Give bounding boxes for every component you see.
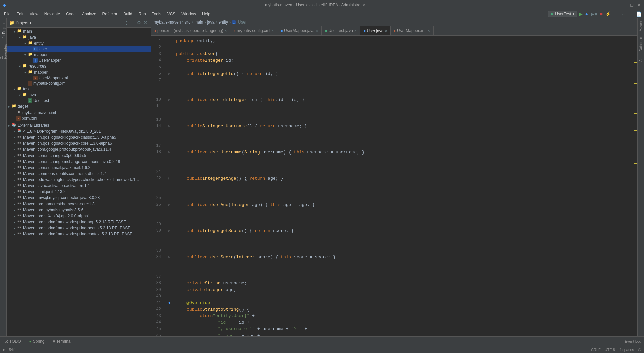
- tree-item-lib-dbutils[interactable]: ■■ Maven: commons-dbutils:commons-dbutil…: [7, 171, 151, 177]
- tab-close-usermapper-xml[interactable]: ×: [428, 29, 430, 33]
- run-config-dropdown[interactable]: ▶ UserTest ▾: [548, 11, 577, 17]
- menu-file[interactable]: File: [1, 11, 13, 17]
- tab-close-mybatis[interactable]: ×: [272, 29, 274, 33]
- code-editor[interactable]: 1 2 3 4 5 6 7 10 11 13 14 17 18 2: [151, 36, 637, 336]
- todo-tab[interactable]: 6: TODO: [3, 338, 23, 344]
- lib-icon-11: ■■: [17, 195, 22, 201]
- tree-item-usermapper-xml[interactable]: x UserMapper.xml: [7, 75, 151, 81]
- status-indent[interactable]: 4 spaces: [619, 348, 634, 352]
- database-tab[interactable]: Database: [638, 34, 644, 54]
- menu-window[interactable]: Window: [179, 11, 199, 17]
- tree-item-java-test[interactable]: 📁 java: [7, 92, 151, 98]
- tab-close-pom[interactable]: ×: [225, 29, 227, 33]
- tree-item-mybatis-config[interactable]: x mybatis-config.xml: [7, 81, 151, 86]
- collapse-all-button[interactable]: −: [131, 19, 135, 26]
- tree-item-java[interactable]: 📁 java: [7, 34, 151, 40]
- tree-item-lib-mysql[interactable]: ■■ Maven: mysql:mysql-connector-java:8.0…: [7, 195, 151, 201]
- status-charset[interactable]: UTF-8: [605, 348, 615, 352]
- breadcrumb-project[interactable]: mybatis-maven: [154, 20, 181, 25]
- maximize-button[interactable]: □: [631, 2, 633, 8]
- tree-item-jdk[interactable]: 📚 < 1.8 > D:\Program Files\Java\jdk1.8.0…: [7, 128, 151, 134]
- maven-tab[interactable]: Maven: [638, 18, 644, 34]
- tree-item-lib-protobuf[interactable]: ■■ Maven: com.google.protobuf:protobuf-j…: [7, 146, 151, 152]
- breadcrumb-entity[interactable]: entity: [218, 20, 228, 25]
- tree-item-mapper-res[interactable]: 📁 mapper: [7, 69, 151, 75]
- sidebar-item-favorites[interactable]: 2: Favorites: [0, 47, 8, 56]
- tree-item-usermapper-java[interactable]: I UserMapper: [7, 58, 151, 63]
- lib-icon-16: ■■: [17, 225, 22, 231]
- tree-item-pom[interactable]: x pom.xml: [7, 116, 151, 121]
- tree-item-lib-checker[interactable]: ■■ Maven: edu.washington.cs.types.checke…: [7, 177, 151, 183]
- menu-tools[interactable]: Tools: [149, 11, 164, 17]
- tab-close-user[interactable]: ×: [385, 29, 387, 33]
- tree-item-lib-slf4j[interactable]: ■■ Maven: org.slf4j:slf4j-api:2.0.0-alph…: [7, 213, 151, 219]
- menu-analyze[interactable]: Analyze: [79, 11, 99, 17]
- menu-build[interactable]: Build: [121, 11, 135, 17]
- ant-tab[interactable]: Ant: [638, 54, 644, 64]
- event-log[interactable]: Event Log: [625, 339, 641, 343]
- tree-item-target[interactable]: 📁 target: [7, 103, 151, 109]
- run-button[interactable]: ▶: [578, 10, 584, 18]
- settings-button[interactable]: ⚙: [136, 19, 142, 26]
- tree-item-lib-spring-ctx[interactable]: ■■ Maven: org.springframework:spring-con…: [7, 231, 151, 237]
- tree-item-lib-spring-beans[interactable]: ■■ Maven: org.springframework:spring-bea…: [7, 225, 151, 231]
- tree-item-lib-c3p0[interactable]: ■■ Maven: com.mchange:c3p0:0.9.5.5: [7, 152, 151, 159]
- menu-help[interactable]: Help: [199, 11, 213, 17]
- tab-usertest[interactable]: ■ UserTest.java ×: [322, 26, 360, 35]
- recent-files-button[interactable]: 📄: [635, 10, 643, 18]
- terminal-tab[interactable]: ■ Terminal: [50, 338, 73, 344]
- tree-item-mapper[interactable]: 📁 mapper: [7, 52, 151, 58]
- menu-view[interactable]: View: [27, 11, 41, 17]
- folder-icon-main: 📁: [17, 29, 22, 34]
- tree-item-lib-junit[interactable]: ■■ Maven: junit:junit:4.13.2: [7, 189, 151, 195]
- scroll-from-source-button[interactable]: ⋮: [124, 19, 129, 26]
- tab-user-java[interactable]: ■ User.java ×: [360, 26, 391, 35]
- tree-item-lib-hamcrest[interactable]: ■■ Maven: org.hamcrest:hamcrest-core:1.3: [7, 201, 151, 207]
- status-position[interactable]: 54:1: [9, 348, 16, 352]
- code-content[interactable]: package entity; public class User { priv…: [173, 36, 633, 336]
- menu-refactor[interactable]: Refactor: [100, 11, 120, 17]
- tree-item-external-libs[interactable]: 📚 External Libraries: [7, 122, 151, 128]
- tree-item-lib-logback-classic[interactable]: ■■ Maven: ch.qos.logback:logback-classic…: [7, 134, 151, 140]
- tree-item-resources[interactable]: 📁 resources: [7, 63, 151, 69]
- tree-item-lib-spring-aop[interactable]: ■■ Maven: org.springframework:spring-aop…: [7, 219, 151, 225]
- build-button[interactable]: ⚡: [604, 10, 612, 18]
- tree-item-lib-mail[interactable]: ■■ Maven: com.sun.mail:javax.mail:1.6.2: [7, 165, 151, 171]
- stop-button[interactable]: ■: [599, 10, 604, 18]
- tab-usermapper-java[interactable]: ■ UserMapper.java ×: [277, 26, 322, 35]
- breadcrumb-main[interactable]: main: [194, 20, 203, 25]
- spring-tab[interactable]: ● Spring: [27, 338, 46, 344]
- tree-item-main[interactable]: 📁 main: [7, 28, 151, 34]
- tree-item-lib-logback-core[interactable]: ■■ Maven: ch.qos.logback:logback-core:1.…: [7, 140, 151, 146]
- tree-item-lib-activation[interactable]: ■■ Maven: javax.activation:activation:1.…: [7, 183, 151, 189]
- debug-button[interactable]: ●: [584, 10, 589, 18]
- tree-item-test[interactable]: 📁 test: [7, 86, 151, 92]
- run-coverage-button[interactable]: ▶■: [590, 10, 598, 18]
- tree-item-iml[interactable]: ■ mybatis-maven.iml: [7, 109, 151, 116]
- menu-run[interactable]: Run: [136, 11, 149, 17]
- close-button[interactable]: ✕: [637, 2, 641, 8]
- tree-item-lib-mchange[interactable]: ■■ Maven: com.mchange:mchange-commons-ja…: [7, 159, 151, 165]
- tree-item-lib-mybatis[interactable]: ■■ Maven: org.mybatis:mybatis:3.5.6: [7, 207, 151, 213]
- menu-edit[interactable]: Edit: [14, 11, 26, 17]
- menu-vcs[interactable]: VCS: [165, 11, 178, 17]
- tree-item-user[interactable]: C User: [7, 46, 151, 52]
- breadcrumb-src[interactable]: src: [185, 20, 190, 25]
- close-panel-button[interactable]: ✕: [143, 19, 148, 26]
- tab-close-usertest[interactable]: ×: [354, 29, 356, 33]
- nav-forward-button[interactable]: →: [628, 10, 634, 18]
- nav-back-button[interactable]: ←: [620, 10, 627, 18]
- tree-item-usertest[interactable]: C UserTest: [7, 98, 151, 103]
- minimize-button[interactable]: −: [624, 2, 626, 8]
- tab-close-usermapper[interactable]: ×: [316, 29, 318, 33]
- tab-usermapper-xml[interactable]: x UserMapper.xml ×: [391, 26, 434, 35]
- tab-pom[interactable]: x pom.xml (mybatis-operate-fangneng) ×: [151, 26, 230, 35]
- tree-item-entity[interactable]: 📁 entity: [7, 40, 151, 46]
- breadcrumb-java[interactable]: java: [207, 20, 214, 25]
- tree-arrow-lib14: [12, 214, 17, 218]
- menu-code[interactable]: Code: [63, 11, 78, 17]
- tab-mybatis-config[interactable]: x mybatis-config.xml ×: [230, 26, 277, 35]
- tree-label-java: java: [29, 35, 36, 40]
- menu-navigate[interactable]: Navigate: [42, 11, 63, 17]
- status-line-ending[interactable]: CRLF: [591, 348, 601, 352]
